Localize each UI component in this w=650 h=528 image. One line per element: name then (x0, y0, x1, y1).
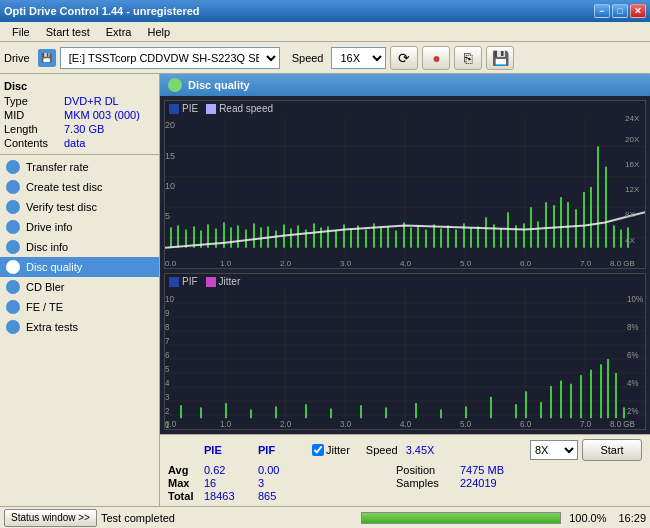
svg-rect-132 (607, 359, 609, 418)
refresh-button[interactable]: ⟳ (390, 46, 418, 70)
speed-label: Speed (292, 52, 328, 64)
pif-legend-item: PIF (169, 276, 198, 287)
menu-start-test[interactable]: Start test (38, 24, 98, 40)
speed-value: 3.45X (406, 444, 435, 456)
svg-rect-62 (545, 202, 547, 248)
sidebar-item-disc-info[interactable]: Disc info (0, 237, 159, 257)
sidebar-item-disc-quality[interactable]: Disc quality (0, 257, 159, 277)
svg-text:12X: 12X (625, 185, 640, 194)
speed-select[interactable]: 16X (331, 47, 386, 69)
disc-length-label: Length (4, 123, 64, 135)
save-button[interactable]: 💾 (486, 46, 514, 70)
sidebar-item-verify-test-disc[interactable]: Verify test disc (0, 197, 159, 217)
disc-length-value: 7.30 GB (64, 123, 104, 135)
verify-test-disc-icon (6, 200, 20, 214)
svg-text:10: 10 (165, 181, 175, 191)
sidebar-item-extra-tests[interactable]: Extra tests (0, 317, 159, 337)
pie-chart-svg: 20 15 10 5 24X 20X 16X 12X 8X 4X 0.0 1.0 (165, 116, 645, 268)
svg-rect-45 (417, 225, 419, 247)
max-label: Max (168, 477, 200, 489)
svg-rect-59 (523, 223, 525, 247)
svg-text:8.0 GB: 8.0 GB (610, 259, 635, 268)
svg-text:0.0: 0.0 (165, 259, 177, 268)
svg-rect-54 (485, 217, 487, 247)
window-controls: − □ ✕ (594, 4, 646, 18)
disc-button[interactable]: ● (422, 46, 450, 70)
pif-chart-container: PIF Jitter (164, 273, 646, 430)
cd-bler-icon (6, 280, 20, 294)
svg-rect-69 (597, 146, 599, 247)
speed-box-select[interactable]: 8X (530, 440, 578, 460)
svg-rect-112 (225, 403, 227, 418)
disc-contents-row: Contents data (0, 136, 159, 150)
charts-area: PIE Read speed (160, 96, 650, 434)
svg-rect-29 (297, 225, 299, 247)
svg-text:6%: 6% (627, 350, 639, 360)
position-label: Position (396, 464, 456, 476)
sidebar-item-cd-bler[interactable]: CD Bler (0, 277, 159, 297)
svg-text:7.0: 7.0 (580, 259, 592, 268)
svg-rect-125 (540, 402, 542, 418)
status-time: 16:29 (618, 512, 646, 524)
pie-chart-legend: PIE Read speed (165, 101, 645, 116)
jitter-checkbox-group: Jitter (312, 444, 350, 456)
start-button[interactable]: Start (582, 439, 642, 461)
svg-rect-42 (395, 231, 397, 248)
close-button[interactable]: ✕ (630, 4, 646, 18)
content-area: Disc quality PIE Read speed (160, 74, 650, 506)
status-window-button[interactable]: Status window >> (4, 509, 97, 527)
svg-rect-63 (553, 205, 555, 248)
maximize-button[interactable]: □ (612, 4, 628, 18)
svg-text:4.0: 4.0 (400, 259, 412, 268)
svg-rect-41 (387, 226, 389, 247)
svg-text:24X: 24X (625, 116, 640, 123)
avg-label: Avg (168, 464, 200, 476)
svg-rect-47 (433, 224, 435, 247)
svg-rect-13 (177, 225, 179, 247)
sidebar-item-drive-info[interactable]: Drive info (0, 217, 159, 237)
progress-bar (361, 512, 561, 524)
svg-text:1.0: 1.0 (220, 259, 232, 268)
svg-rect-21 (237, 225, 239, 247)
svg-rect-19 (223, 222, 225, 247)
jitter-checkbox[interactable] (312, 444, 324, 456)
svg-text:10%: 10% (627, 294, 644, 304)
svg-text:8: 8 (165, 322, 170, 332)
svg-text:7: 7 (165, 336, 170, 346)
disc-mid-label: MID (4, 109, 64, 121)
verify-test-disc-label: Verify test disc (26, 201, 97, 213)
svg-text:3: 3 (165, 392, 170, 402)
pif-chart-svg: 10 9 8 7 6 5 4 3 2 1 10% 8% 6% (165, 289, 645, 429)
pie-chart-inner: 20 15 10 5 24X 20X 16X 12X 8X 4X 0.0 1.0 (165, 116, 645, 268)
speed-col-label: Speed (366, 444, 398, 456)
svg-text:20X: 20X (625, 135, 640, 144)
minimize-button[interactable]: − (594, 4, 610, 18)
svg-rect-64 (560, 197, 562, 248)
disc-mid-value: MKM 003 (000) (64, 109, 140, 121)
sidebar-item-create-test-disc[interactable]: Create test disc (0, 177, 159, 197)
menu-extra[interactable]: Extra (98, 24, 140, 40)
copy-button[interactable]: ⎘ (454, 46, 482, 70)
drive-select[interactable]: [E:] TSSTcorp CDDVDW SH-S223Q SB03 (60, 47, 280, 69)
svg-rect-114 (275, 406, 277, 418)
svg-rect-67 (583, 192, 585, 248)
svg-rect-36 (350, 228, 352, 247)
jitter-label: Jitter (326, 444, 350, 456)
svg-rect-131 (600, 364, 602, 418)
svg-rect-52 (470, 227, 472, 247)
svg-rect-46 (425, 229, 427, 247)
sidebar-item-fe-te[interactable]: FE / TE (0, 297, 159, 317)
svg-rect-32 (320, 227, 322, 247)
drive-info-label: Drive info (26, 221, 72, 233)
fe-te-label: FE / TE (26, 301, 63, 313)
extra-tests-label: Extra tests (26, 321, 78, 333)
menu-file[interactable]: File (4, 24, 38, 40)
pif-chart-inner: 10 9 8 7 6 5 4 3 2 1 10% 8% 6% (165, 289, 645, 429)
svg-rect-116 (330, 409, 332, 419)
svg-rect-60 (530, 207, 532, 248)
menu-help[interactable]: Help (139, 24, 178, 40)
title-bar: Opti Drive Control 1.44 - unregistered −… (0, 0, 650, 22)
sidebar-item-transfer-rate[interactable]: Transfer rate (0, 157, 159, 177)
svg-text:2.0: 2.0 (280, 419, 291, 429)
svg-rect-117 (360, 405, 362, 418)
